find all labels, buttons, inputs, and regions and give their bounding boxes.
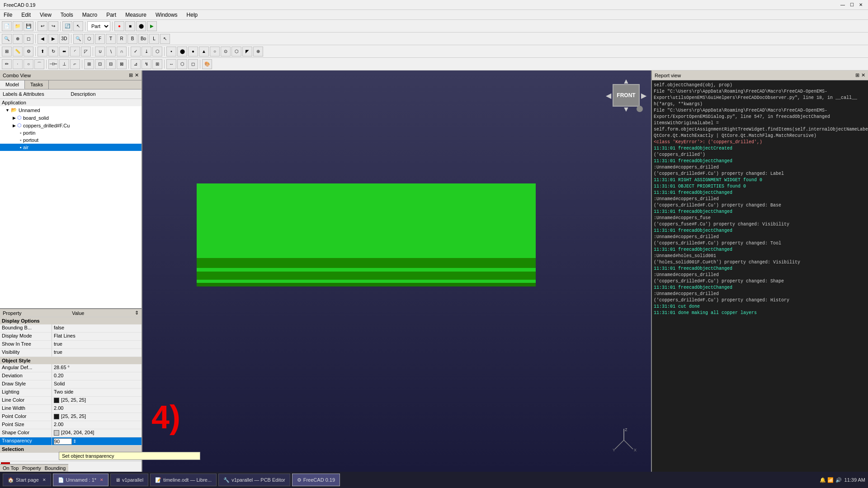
right-btn[interactable]: R — [117, 34, 127, 44]
sphere-btn[interactable]: ● — [188, 47, 198, 56]
prop-shape-color[interactable]: Shape Color [204, 204, 204] — [0, 429, 142, 437]
window-controls[interactable]: — ☐ ✕ — [839, 1, 864, 9]
front-btn[interactable]: F — [95, 34, 105, 44]
prop-scroll-btn[interactable]: ⇕ — [135, 310, 139, 316]
prop-draw-style[interactable]: Draw Style Solid — [0, 380, 142, 389]
circle-btn[interactable]: ○ — [24, 59, 33, 69]
new-file-btn[interactable]: 📄 — [2, 21, 12, 31]
fillet-btn[interactable]: ◜ — [70, 47, 80, 56]
prism-btn[interactable]: ⬡ — [231, 47, 241, 56]
wedge-btn[interactable]: ◤ — [242, 47, 252, 56]
menu-windows[interactable]: Windows — [154, 11, 179, 19]
view-sel-btn[interactable]: ⊕ — [13, 34, 23, 44]
nav-cube-face[interactable]: FRONT — [613, 84, 640, 107]
prop-point-color[interactable]: Point Color [25, 25, 25] — [0, 413, 142, 421]
report-float-btn[interactable]: ⊞ — [855, 72, 859, 78]
box2-btn[interactable]: ▪ — [166, 47, 176, 56]
menu-file[interactable]: File — [2, 11, 14, 19]
combo-float-btn[interactable]: ⊞ — [129, 72, 133, 78]
tree-item-unnamed[interactable]: ▼ 📂 Unnamed — [0, 106, 142, 114]
prop-point-size[interactable]: Point Size 2.00 — [0, 421, 142, 429]
section-btn[interactable]: ⊞ — [152, 59, 162, 69]
report-close-btn[interactable]: ✕ — [861, 72, 865, 78]
bottom-btn[interactable]: Bo — [138, 34, 148, 44]
taskbar-unnamed[interactable]: 📄 Unnamed : 1* ✕ — [53, 474, 108, 486]
array-btn[interactable]: ⊞ — [84, 59, 94, 69]
taskbar-v1parallel[interactable]: 🖥 v1parallel — [110, 474, 148, 486]
constraint-btn[interactable]: ⊥ — [59, 59, 69, 69]
tab-model[interactable]: Model — [0, 80, 25, 89]
menu-tools[interactable]: Tools — [59, 11, 75, 19]
nav-cube-corner[interactable] — [637, 106, 643, 112]
start-page-close[interactable]: ✕ — [42, 478, 46, 482]
color-btn[interactable]: 🎨 — [202, 59, 212, 69]
minimize-button[interactable]: — — [839, 1, 846, 9]
expand-btn[interactable]: ↔ — [166, 59, 176, 69]
prop-show-in-tree[interactable]: Show In Tree true — [0, 341, 142, 349]
snap-btn[interactable]: ⊞ — [2, 47, 12, 56]
custom-btn[interactable]: ⊕ — [253, 47, 263, 56]
close-button[interactable]: ✕ — [857, 1, 864, 9]
menu-measure[interactable]: Measure — [123, 11, 148, 19]
edge-btn[interactable]: ⌐ — [70, 59, 80, 69]
point-btn[interactable]: · — [13, 59, 23, 69]
select-btn[interactable]: ↖ — [160, 34, 170, 44]
save-btn[interactable]: 💾 — [24, 21, 33, 31]
compound2-btn[interactable]: ⊠ — [117, 59, 127, 69]
box-btn[interactable]: ■ — [125, 21, 135, 31]
sketch-btn[interactable]: ✏ — [2, 59, 12, 69]
refresh-btn[interactable]: 🔄 — [62, 21, 72, 31]
menu-macro[interactable]: Macro — [80, 11, 99, 19]
prop-angular-def[interactable]: Angular Def... 28.65 ° — [0, 364, 142, 372]
torus-btn[interactable]: ○ — [210, 47, 220, 56]
3d-btn[interactable]: 3D — [59, 34, 69, 44]
bool-union-btn[interactable]: ∪ — [95, 47, 105, 56]
revolve-btn[interactable]: ↻ — [48, 47, 58, 56]
iso-btn[interactable]: ⬡ — [84, 34, 94, 44]
menu-part[interactable]: Part — [104, 11, 118, 19]
tree-item-coppers[interactable]: ▶ ⬡ coppers_drilled#F.Cu — [0, 122, 142, 129]
prop-visibility[interactable]: Visibility true — [0, 349, 142, 357]
undo-btn[interactable]: ↩ — [38, 21, 47, 31]
taskbar-start-page[interactable]: 🏠 Start page ✕ — [3, 474, 51, 486]
nav-cube[interactable]: ▲ ▼ ◀ ▶ FRONT — [606, 75, 646, 116]
sweep-btn[interactable]: ↯ — [142, 59, 151, 69]
bool-inter-btn[interactable]: ∩ — [117, 47, 127, 56]
menu-edit[interactable]: Edit — [19, 11, 33, 19]
check-btn[interactable]: ✓ — [131, 47, 141, 56]
left-btn[interactable]: L — [149, 34, 159, 44]
compound-btn[interactable]: ⊟ — [106, 59, 116, 69]
3d-viewport[interactable]: ▲ ▼ ◀ ▶ FRONT X Y Z 4) — [142, 70, 651, 472]
nav-fwd-btn[interactable]: ▶ — [48, 34, 58, 44]
mirror-btn[interactable]: ⬌ — [59, 47, 69, 56]
transparency-spin[interactable]: ⇕ — [73, 439, 76, 444]
nav-cube-left-arrow[interactable]: ◀ — [606, 91, 611, 100]
unnamed-close[interactable]: ✕ — [100, 478, 104, 482]
draw-style-btn[interactable]: ◻ — [24, 34, 33, 44]
taskbar-pcb-editor[interactable]: 🔧 v1parallel — PCB Editor — [218, 474, 290, 486]
tube-btn[interactable]: ⊙ — [221, 47, 231, 56]
tree-item-portout[interactable]: ▪ portout — [0, 136, 142, 144]
redo-btn[interactable]: ↪ — [48, 21, 58, 31]
tree-item-portin[interactable]: ▪ portin — [0, 129, 142, 136]
rear-btn[interactable]: B — [127, 34, 137, 44]
cyl-btn[interactable]: ⬤ — [136, 21, 146, 31]
prop-deviation[interactable]: Deviation 0.20 — [0, 372, 142, 380]
chamfer-btn[interactable]: ◸ — [81, 47, 91, 56]
prop-transparency[interactable]: Transparency ⇕ — [0, 437, 142, 446]
taskbar-timeline[interactable]: 📝 timeline.odt — Libre... — [150, 474, 217, 486]
import-btn[interactable]: ⤓ — [142, 47, 151, 56]
play-btn[interactable]: ▶ — [147, 21, 157, 31]
offset2-btn[interactable]: ◻ — [188, 59, 198, 69]
dim-btn[interactable]: ⊣⊢ — [48, 59, 58, 69]
transparency-input[interactable] — [54, 438, 72, 445]
measure-btn[interactable]: 📏 — [13, 47, 23, 56]
combo-close-btn[interactable]: ✕ — [135, 72, 139, 78]
prop-line-width[interactable]: Line Width 2.00 — [0, 405, 142, 413]
part-tools-btn[interactable]: ⚙ — [24, 47, 33, 56]
cone-btn[interactable]: ▲ — [199, 47, 209, 56]
stop-btn[interactable]: ● — [114, 21, 124, 31]
loft-btn[interactable]: ⊿ — [131, 59, 141, 69]
prop-lighting[interactable]: Lighting Two side — [0, 389, 142, 397]
view-all-btn[interactable]: 🔍 — [2, 34, 12, 44]
